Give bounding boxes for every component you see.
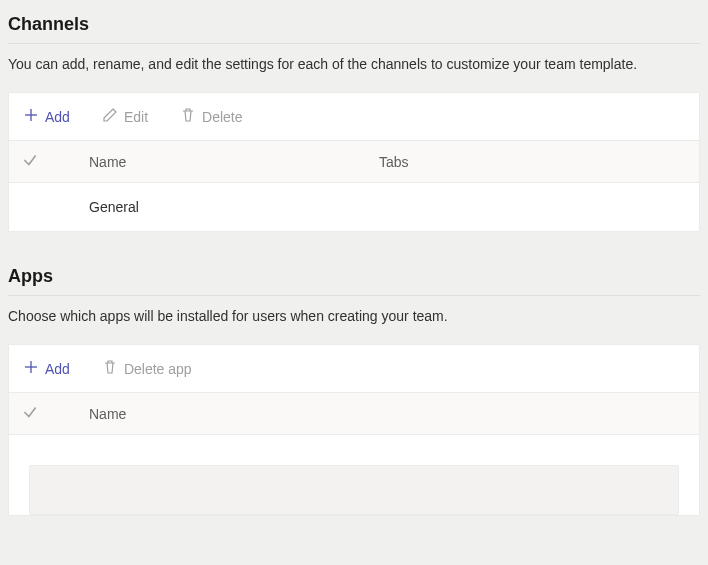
channel-name-cell: General xyxy=(79,199,379,215)
table-row[interactable]: General xyxy=(9,183,699,231)
add-app-label: Add xyxy=(45,361,70,377)
pencil-icon xyxy=(102,107,118,126)
add-app-button[interactable]: Add xyxy=(21,355,72,382)
add-channel-button[interactable]: Add xyxy=(21,103,72,130)
channels-table-header: Name Tabs xyxy=(9,141,699,183)
delete-channel-label: Delete xyxy=(202,109,242,125)
delete-app-label: Delete app xyxy=(124,361,192,377)
apps-panel: Add Delete app Name xyxy=(8,344,700,516)
trash-icon xyxy=(180,107,196,126)
edit-channel-label: Edit xyxy=(124,109,148,125)
checkmark-icon xyxy=(21,151,39,172)
channels-description: You can add, rename, and edit the settin… xyxy=(8,56,700,72)
apps-table-header: Name xyxy=(9,393,699,435)
channels-col-tabs[interactable]: Tabs xyxy=(379,154,687,170)
channels-toolbar: Add Edit Delete xyxy=(9,93,699,141)
select-all-channels[interactable] xyxy=(21,151,79,172)
apps-col-name[interactable]: Name xyxy=(79,406,379,422)
apps-heading: Apps xyxy=(8,260,700,296)
add-channel-label: Add xyxy=(45,109,70,125)
channels-section: Channels You can add, rename, and edit t… xyxy=(0,0,708,252)
checkmark-icon xyxy=(21,403,39,424)
channels-panel: Add Edit Delete Name Tabs xyxy=(8,92,700,232)
delete-app-button[interactable]: Delete app xyxy=(100,355,194,382)
select-all-apps[interactable] xyxy=(21,403,79,424)
apps-section: Apps Choose which apps will be installed… xyxy=(0,252,708,536)
delete-channel-button[interactable]: Delete xyxy=(178,103,244,130)
apps-description: Choose which apps will be installed for … xyxy=(8,308,700,324)
plus-icon xyxy=(23,359,39,378)
apps-toolbar: Add Delete app xyxy=(9,345,699,393)
channels-heading: Channels xyxy=(8,8,700,44)
plus-icon xyxy=(23,107,39,126)
edit-channel-button[interactable]: Edit xyxy=(100,103,150,130)
channels-col-name[interactable]: Name xyxy=(79,154,379,170)
apps-empty-row xyxy=(29,465,679,515)
apps-empty-space xyxy=(9,435,699,465)
trash-icon xyxy=(102,359,118,378)
